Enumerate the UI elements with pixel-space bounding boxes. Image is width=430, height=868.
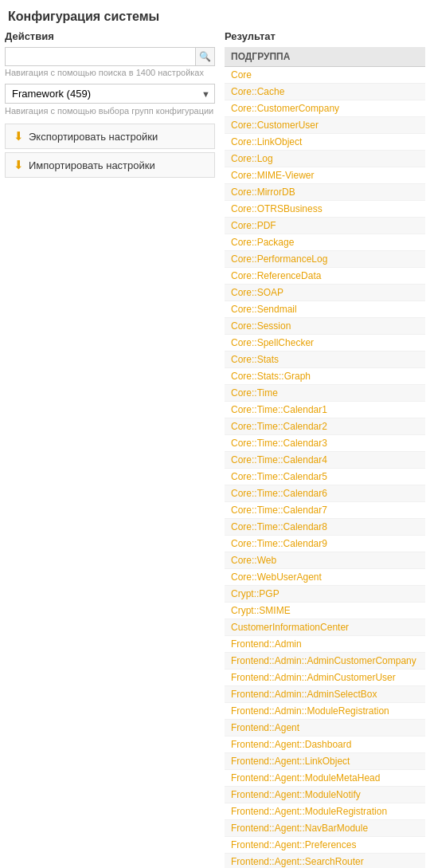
list-item[interactable]: Core::CustomerUser xyxy=(231,120,319,131)
list-item[interactable]: Core::CustomerCompany xyxy=(231,103,339,114)
export-label: Экспортировать настройки xyxy=(29,131,158,143)
list-item[interactable]: Core::OTRSBusiness xyxy=(231,203,322,214)
list-item[interactable]: Core::Sendmail xyxy=(231,304,297,315)
list-item[interactable]: CustomerInformationCenter xyxy=(231,622,349,633)
list-item[interactable]: Core::PDF xyxy=(231,220,276,231)
list-item[interactable]: Core::Session xyxy=(231,320,291,332)
list-item[interactable]: Frontend::Agent xyxy=(231,722,299,733)
list-item[interactable]: Frontend::Admin::AdminCustomerCompany xyxy=(231,655,416,666)
list-item[interactable]: Core::Time::Calendar1 xyxy=(231,404,327,415)
left-panel: Действия 🔍 Навигация с помощью поиска в … xyxy=(5,30,220,868)
list-item[interactable]: Frontend::Admin::AdminSelectBox xyxy=(231,689,377,700)
list-item[interactable]: Core xyxy=(231,69,252,81)
list-item[interactable]: Core::Time::Calendar5 xyxy=(231,471,327,482)
dropdown-hint: Навигация с помощью выбора групп конфигу… xyxy=(5,106,215,116)
column-header: ПОДГРУППА xyxy=(225,47,425,67)
import-icon: ⬇ xyxy=(14,158,24,172)
list-item[interactable]: Frontend::Agent::Dashboard xyxy=(231,739,351,750)
list-item[interactable]: Core::LinkObject xyxy=(231,136,302,147)
list-item[interactable]: Frontend::Admin::ModuleRegistration xyxy=(231,705,389,717)
list-item[interactable]: Core::Cache xyxy=(231,86,284,97)
list-item[interactable]: Frontend::Agent::ModuleNotify xyxy=(231,789,361,800)
list-item[interactable]: Frontend::Agent::ModuleRegistration xyxy=(231,806,387,817)
export-button[interactable]: ⬇ Экспортировать настройки xyxy=(5,124,215,149)
import-label: Импортировать настройки xyxy=(29,159,155,171)
list-item[interactable]: Core::MIME-Viewer xyxy=(231,170,314,181)
group-select[interactable]: Framework (459) xyxy=(5,84,215,104)
list-item[interactable]: Core::Stats::Graph xyxy=(231,371,311,382)
list-item[interactable]: Core::WebUserAgent xyxy=(231,571,322,583)
list-item[interactable]: Core::SOAP xyxy=(231,287,283,298)
list-item[interactable]: Core::Time xyxy=(231,387,278,399)
list-item[interactable]: Core::Package xyxy=(231,237,294,248)
list-item[interactable]: Core::ReferenceData xyxy=(231,270,321,281)
list-item[interactable]: Core::Time::Calendar2 xyxy=(231,421,327,432)
list-item[interactable]: Frontend::Agent::Preferences xyxy=(231,839,356,850)
list-item[interactable]: Core::Time::Calendar7 xyxy=(231,505,327,516)
search-icon: 🔍 xyxy=(199,51,211,62)
list-item[interactable]: Core::MirrorDB xyxy=(231,187,295,198)
list-item[interactable]: Core::Stats xyxy=(231,354,279,365)
list-item[interactable]: Core::Time::Calendar6 xyxy=(231,488,327,499)
list-item[interactable]: Frontend::Agent::LinkObject xyxy=(231,756,350,767)
list-item[interactable]: Core::Time::Calendar4 xyxy=(231,454,327,465)
page-title: Конфигурация системы xyxy=(0,0,430,30)
list-item[interactable]: Core::PerformanceLog xyxy=(231,253,327,265)
import-button[interactable]: ⬇ Импортировать настройки xyxy=(5,152,215,178)
results-table: ПОДГРУППА CoreCore::CacheCore::CustomerC… xyxy=(225,47,425,868)
list-item[interactable]: Frontend::Admin::AdminCustomerUser xyxy=(231,672,396,683)
actions-label: Действия xyxy=(5,30,215,42)
result-label: Результат xyxy=(225,30,425,42)
list-item[interactable]: Core::Time::Calendar3 xyxy=(231,438,327,449)
list-item[interactable]: Core::Web xyxy=(231,555,276,566)
list-item[interactable]: Crypt::PGP xyxy=(231,588,280,599)
right-panel: Результат ПОДГРУППА CoreCore::CacheCore:… xyxy=(220,30,425,868)
list-item[interactable]: Core::Time::Calendar8 xyxy=(231,521,327,532)
list-item[interactable]: Core::Log xyxy=(231,153,273,164)
search-hint: Навигация с помощью поиска в 1400 настро… xyxy=(5,68,215,77)
search-input[interactable] xyxy=(5,47,196,66)
list-item[interactable]: Core::SpellChecker xyxy=(231,337,314,348)
list-item[interactable]: Frontend::Agent::ModuleMetaHead xyxy=(231,772,380,784)
search-button[interactable]: 🔍 xyxy=(196,47,215,66)
export-icon: ⬇ xyxy=(14,129,24,143)
list-item[interactable]: Core::Time::Calendar9 xyxy=(231,538,327,549)
list-item[interactable]: Crypt::SMIME xyxy=(231,605,291,616)
list-item[interactable]: Frontend::Admin xyxy=(231,638,302,650)
list-item[interactable]: Frontend::Agent::NavBarModule xyxy=(231,823,368,834)
list-item[interactable]: Frontend::Agent::SearchRouter xyxy=(231,856,364,867)
